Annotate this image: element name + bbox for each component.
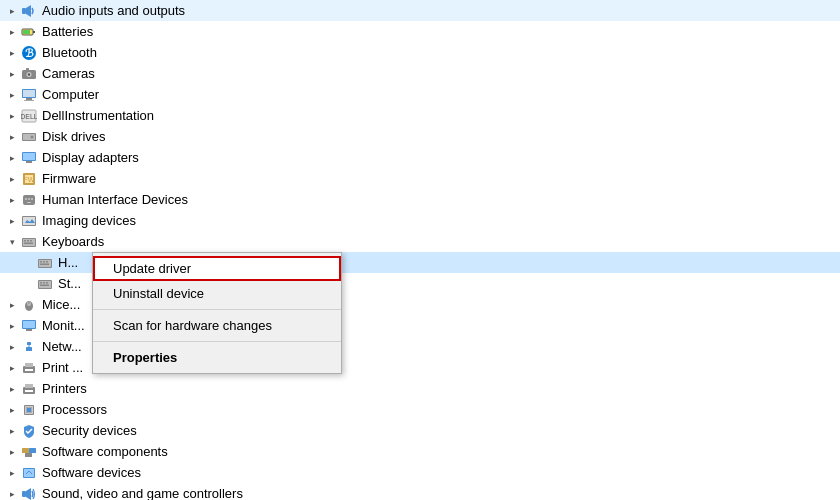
expander-keyboards[interactable] — [4, 234, 20, 250]
context-menu-properties[interactable]: Properties — [93, 345, 341, 370]
dell-label: DellInstrumentation — [42, 105, 154, 126]
svg-rect-13 — [26, 98, 32, 100]
svg-marker-76 — [26, 488, 31, 500]
context-menu-update-driver[interactable]: Update driver — [93, 256, 341, 281]
list-item-sw-devices[interactable]: Software devices — [0, 462, 840, 483]
list-item-imaging[interactable]: Imaging devices — [0, 210, 840, 231]
expander-firmware[interactable] — [4, 171, 20, 187]
expander-network[interactable] — [4, 339, 20, 355]
expander-display[interactable] — [4, 150, 20, 166]
disk-label: Disk drives — [42, 126, 106, 147]
device-manager-list: Audio inputs and outputs Batteries ℬ Blu… — [0, 0, 840, 500]
svg-point-28 — [28, 198, 30, 200]
list-item-firmware[interactable]: FW Firmware — [0, 168, 840, 189]
svg-rect-35 — [24, 240, 26, 242]
kb-std-label: St... — [58, 273, 81, 294]
kb-hid-icon — [36, 254, 54, 272]
svg-rect-41 — [40, 261, 42, 263]
list-item-batteries[interactable]: Batteries — [0, 21, 840, 42]
expander-print-queues[interactable] — [4, 360, 20, 376]
expander-security[interactable] — [4, 423, 20, 439]
list-item-cameras[interactable]: Cameras — [0, 63, 840, 84]
list-item-sw-components[interactable]: Software components — [0, 441, 840, 462]
svg-point-29 — [31, 198, 33, 200]
expander-bluetooth[interactable] — [4, 45, 20, 61]
svg-rect-4 — [23, 30, 30, 34]
hid-icon — [20, 191, 38, 209]
svg-rect-14 — [24, 100, 34, 101]
expander-mice[interactable] — [4, 297, 20, 313]
processors-icon — [20, 401, 38, 419]
list-item-display[interactable]: Display adapters — [0, 147, 840, 168]
context-menu-uninstall-device[interactable]: Uninstall device — [93, 281, 341, 306]
imaging-label: Imaging devices — [42, 210, 136, 231]
firmware-label: Firmware — [42, 168, 96, 189]
expander-batteries[interactable] — [4, 24, 20, 40]
bluetooth-label: Bluetooth — [42, 42, 97, 63]
expander-cameras[interactable] — [4, 66, 20, 82]
processors-label: Processors — [42, 399, 107, 420]
svg-rect-10 — [26, 68, 29, 70]
batteries-label: Batteries — [42, 21, 93, 42]
keyboard-icon — [20, 233, 38, 251]
list-item-sound[interactable]: Sound, video and game controllers — [0, 483, 840, 500]
list-item-keyboards[interactable]: Keyboards — [0, 231, 840, 252]
sound-icon — [20, 485, 38, 501]
list-item-printers[interactable]: Printers — [0, 378, 840, 399]
context-menu-separator-1 — [93, 309, 341, 310]
list-item-processors[interactable]: Processors — [0, 399, 840, 420]
list-item-security[interactable]: Security devices — [0, 420, 840, 441]
list-item-bluetooth[interactable]: ℬ Bluetooth — [0, 42, 840, 63]
expander-hid[interactable] — [4, 192, 20, 208]
svg-rect-72 — [25, 453, 32, 457]
context-menu-scan-changes[interactable]: Scan for hardware changes — [93, 313, 341, 338]
svg-rect-49 — [46, 282, 48, 284]
svg-rect-43 — [46, 261, 48, 263]
security-icon — [20, 422, 38, 440]
audio-icon — [20, 2, 38, 20]
disk-icon — [20, 128, 38, 146]
expander-computer[interactable] — [4, 87, 20, 103]
svg-rect-22 — [26, 161, 32, 163]
expander-imaging[interactable] — [4, 213, 20, 229]
svg-rect-3 — [33, 31, 35, 33]
expander-audio[interactable] — [4, 3, 20, 19]
list-item-audio[interactable]: Audio inputs and outputs — [0, 0, 840, 21]
expander-sound[interactable] — [4, 486, 20, 501]
security-label: Security devices — [42, 420, 137, 441]
expander-disk[interactable] — [4, 129, 20, 145]
expander-sw-devices[interactable] — [4, 465, 20, 481]
svg-rect-71 — [29, 448, 36, 453]
camera-icon — [20, 65, 38, 83]
expander-monitors[interactable] — [4, 318, 20, 334]
computer-icon — [20, 86, 38, 104]
list-item-disk[interactable]: Disk drives — [0, 126, 840, 147]
kb-std-icon — [36, 275, 54, 293]
list-item-hid[interactable]: Human Interface Devices — [0, 189, 840, 210]
sw-devices-label: Software devices — [42, 462, 141, 483]
dell-icon: DELL — [20, 107, 38, 125]
svg-rect-21 — [23, 153, 35, 160]
svg-rect-75 — [22, 491, 26, 497]
context-menu: Update driver Uninstall device Scan for … — [92, 252, 342, 374]
svg-rect-61 — [25, 363, 33, 367]
sw-components-label: Software components — [42, 441, 168, 462]
svg-rect-30 — [27, 202, 31, 203]
expander-sw-components[interactable] — [4, 444, 20, 460]
list-item-dell[interactable]: DELL DellInstrumentation — [0, 105, 840, 126]
expander-printers[interactable] — [4, 381, 20, 397]
svg-rect-38 — [24, 242, 33, 244]
display-icon — [20, 149, 38, 167]
svg-point-9 — [28, 73, 30, 75]
battery-icon — [20, 23, 38, 41]
expander-processors[interactable] — [4, 402, 20, 418]
svg-rect-69 — [27, 408, 31, 412]
svg-rect-37 — [30, 240, 32, 242]
expander-dell[interactable] — [4, 108, 20, 124]
printers-icon — [20, 380, 38, 398]
bluetooth-icon: ℬ — [20, 44, 38, 62]
mice-label: Mice... — [42, 294, 80, 315]
svg-rect-64 — [25, 384, 33, 388]
monitor-icon — [20, 317, 38, 335]
list-item-computer[interactable]: Computer — [0, 84, 840, 105]
